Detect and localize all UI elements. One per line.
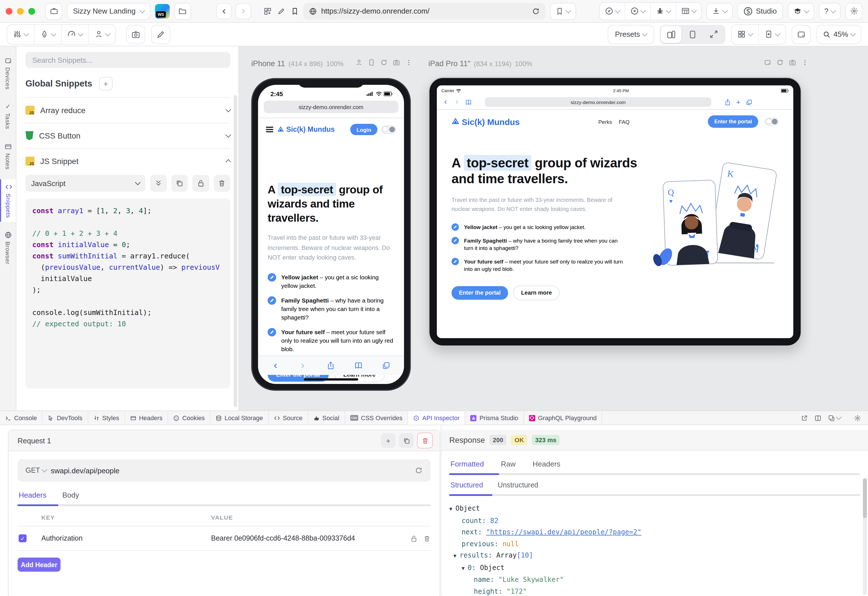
enter-portal-button[interactable]: Enter the portal [451,286,508,299]
request-tab-headers[interactable]: Headers [19,491,46,499]
snippet-item-css-button[interactable]: CSS Button [25,123,230,148]
snippet-item-array-reduce[interactable]: JS Array reduce [25,98,230,123]
settings-button[interactable] [845,3,862,19]
response-subtab-structured[interactable]: Structured [450,481,483,489]
duplicate-request-button[interactable] [399,433,414,448]
tab-headers[interactable]: Headers [125,411,168,425]
blocker-menu-button[interactable] [625,3,651,19]
nav-link-faq[interactable]: FAQ [619,118,630,125]
debug-menu-button[interactable] [651,3,676,19]
bookmark-icon[interactable] [291,7,299,15]
screenshot-button[interactable] [126,25,145,44]
nav-back-button[interactable] [216,3,232,19]
close-window-button[interactable] [6,7,12,15]
method-dropdown[interactable]: GET [25,466,46,474]
response-tab-headers[interactable]: Headers [533,460,560,468]
camera-icon[interactable] [393,59,400,66]
hamburger-menu-icon[interactable] [266,127,273,133]
delete-snippet-button[interactable] [214,175,230,192]
forward-icon[interactable] [454,99,460,105]
safari-url-pill[interactable]: sizzy-demo.onrender.com [264,101,398,113]
site-logo[interactable]: Sic(k) Mundus [277,125,335,133]
presets-dropdown[interactable]: Presets [608,25,654,44]
layout-menu-button[interactable] [676,3,701,19]
header-enabled-checkbox[interactable]: ✓ [19,534,27,542]
bookmarks-icon[interactable] [354,361,363,370]
site-logo[interactable]: Sic(k) Mundus [451,117,520,126]
request-url[interactable]: swapi.dev/api/people [51,466,120,475]
refresh-icon[interactable] [776,59,784,66]
tab-api-inspector[interactable]: API Inspector [408,411,466,425]
back-icon[interactable] [442,99,449,105]
lock-snippet-button[interactable] [192,175,209,192]
theme-menu-button[interactable] [34,25,62,44]
sidebar-item-tasks[interactable]: ✓Tasks [0,99,16,133]
device-frame-toggle-button[interactable] [792,25,811,44]
header-key[interactable]: Authorization [41,534,211,542]
camera-icon[interactable] [789,59,796,66]
frame-icon[interactable] [764,59,771,66]
zoom-dropdown[interactable]: 45% [816,25,861,44]
share-icon[interactable] [724,99,731,105]
tab-devtools[interactable]: DevTools [43,411,88,425]
download-menu-button[interactable] [706,3,733,19]
workspace-button[interactable] [45,3,62,19]
kebab-menu-icon[interactable] [801,59,809,66]
tabs-icon[interactable] [745,99,752,105]
multi-device-view-button[interactable] [661,26,681,43]
response-tab-formatted[interactable]: Formatted [450,460,484,468]
tab-local-storage[interactable]: Local Storage [210,411,269,425]
qr-code-icon[interactable] [263,7,271,15]
tab-prisma-studio[interactable]: Prisma Studio [466,411,524,425]
back-icon[interactable] [272,361,279,370]
url-bar[interactable]: https://sizzy-demo.onrender.com/ [303,3,545,19]
tab-css-overrides[interactable]: CSSCSS Overrides [345,411,408,425]
refresh-icon[interactable] [532,7,540,15]
split-view-icon[interactable] [814,414,822,422]
annotate-button[interactable] [151,25,170,44]
share-icon[interactable] [326,361,335,370]
sidebar-item-browser[interactable]: Browser [0,227,16,268]
gear-icon[interactable] [854,414,861,422]
learn-menu-button[interactable] [788,3,814,19]
safari-url-pill[interactable]: sizzy-demo.onrender.com [485,97,711,107]
tab-graphql-playground[interactable]: GraphQL Playground [524,411,602,425]
panel-layout-menu[interactable] [828,414,841,422]
sidebar-item-devices[interactable]: Devices [0,53,16,94]
maximize-window-button[interactable] [28,7,35,15]
response-subtab-unstructured[interactable]: Unstructured [498,481,538,489]
add-request-button[interactable]: + [381,433,396,448]
device-icon[interactable] [368,59,375,66]
lock-icon[interactable] [410,535,418,542]
fullscreen-view-button[interactable] [704,26,724,43]
tab-cookies[interactable]: Cookies [168,411,210,425]
request-tab-body[interactable]: Body [62,491,79,499]
language-select[interactable]: JavaScript [25,175,146,192]
studio-button[interactable]: Studio [737,3,783,19]
nav-link-perks[interactable]: Perks [598,118,612,125]
single-device-view-button[interactable] [682,26,703,43]
dark-mode-toggle[interactable] [382,125,396,134]
bookmarks-icon[interactable] [465,99,472,105]
panel-scrollbar[interactable] [234,95,237,407]
snippet-item-js-snippet[interactable]: JS JS Snippet [25,149,230,174]
enter-portal-button[interactable]: Enter the portal [708,115,758,128]
open-external-icon[interactable] [801,414,808,422]
compass-menu-button[interactable] [600,3,625,19]
ipad-screen[interactable]: Carrier 2:45 PM sizzy-demo.onrender.com [437,86,793,338]
add-snippet-button[interactable]: + [99,77,112,90]
tab-social[interactable]: Social [308,411,345,425]
tabs-icon[interactable] [382,361,390,370]
code-editor[interactable]: const array1 = [1, 2, 3, 4]; // 0 + 1 + … [25,198,230,388]
collapse-snippet-button[interactable] [150,175,167,192]
tab-console[interactable]: Console [0,411,43,425]
resend-icon[interactable] [415,466,423,474]
login-button[interactable]: Login [350,124,377,135]
sidebar-item-snippets[interactable]: Snippets [0,179,16,222]
trash-icon[interactable] [423,535,430,542]
webstorm-button[interactable]: WS [155,4,170,18]
json-tree[interactable]: ▼ Object count: 82 next: "https://swapi.… [449,503,860,596]
help-menu-button[interactable]: ? [819,3,841,19]
nav-forward-button[interactable] [235,3,251,19]
iphone-screen[interactable]: 2:45 sizzy-demo.onrender.com [258,85,404,384]
